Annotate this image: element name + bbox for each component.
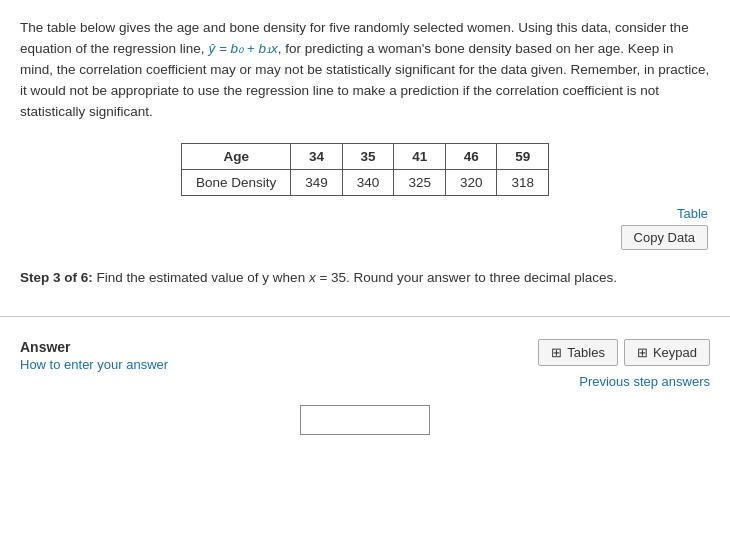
answer-label: Answer [20,339,168,355]
prev-step-link[interactable]: Previous step answers [579,374,710,389]
table-label-row: Table [20,206,710,221]
col-header-46: 46 [445,143,497,169]
section-divider [0,316,730,317]
step-text2: . Round your answer to three decimal pla… [346,270,617,285]
bone-density-318: 318 [497,169,549,195]
formula: ŷ = b₀ + b₁x [208,41,277,56]
step-text: Step 3 of 6: Find the estimated value of… [20,268,710,288]
col-header-34: 34 [291,143,343,169]
bone-density-349: 349 [291,169,343,195]
keypad-button[interactable]: ⊞ Keypad [624,339,710,366]
answer-input[interactable] [300,405,430,435]
answer-buttons: ⊞ Tables ⊞ Keypad [538,339,710,366]
x-value: 35 [331,270,346,285]
step-label: Step 3 of 6: [20,270,93,285]
table-row: Bone Density 349 340 325 320 318 [182,169,549,195]
keypad-icon: ⊞ [637,345,648,360]
tables-button[interactable]: ⊞ Tables [538,339,618,366]
step-text1: Find the estimated value of y when [93,270,309,285]
bone-density-label: Bone Density [182,169,291,195]
problem-text: The table below gives the age and bone d… [20,18,710,123]
answer-header-row: Answer How to enter your answer ⊞ Tables… [20,339,710,372]
prev-step-row: Previous step answers [20,374,710,389]
answer-section: Answer How to enter your answer ⊞ Tables… [0,329,730,449]
data-table: Age 34 35 41 46 59 Bone Density 349 340 … [181,143,549,196]
main-container: The table below gives the age and bone d… [0,0,730,316]
x-var: x [309,270,316,285]
step-equals: = [316,270,331,285]
table-header-row: Age 34 35 41 46 59 [182,143,549,169]
table-wrapper: Age 34 35 41 46 59 Bone Density 349 340 … [20,143,710,196]
col-header-59: 59 [497,143,549,169]
keypad-label: Keypad [653,345,697,360]
bone-density-320: 320 [445,169,497,195]
col-header-41: 41 [394,143,446,169]
tables-icon: ⊞ [551,345,562,360]
col-header-35: 35 [342,143,394,169]
col-header-label: Age [182,143,291,169]
table-label[interactable]: Table [677,206,708,221]
copy-data-row: Copy Data [20,225,710,250]
copy-data-button[interactable]: Copy Data [621,225,708,250]
how-to-link[interactable]: How to enter your answer [20,357,168,372]
answer-input-row [20,405,710,435]
tables-label: Tables [567,345,605,360]
answer-left: Answer How to enter your answer [20,339,168,372]
bone-density-340: 340 [342,169,394,195]
bone-density-325: 325 [394,169,446,195]
